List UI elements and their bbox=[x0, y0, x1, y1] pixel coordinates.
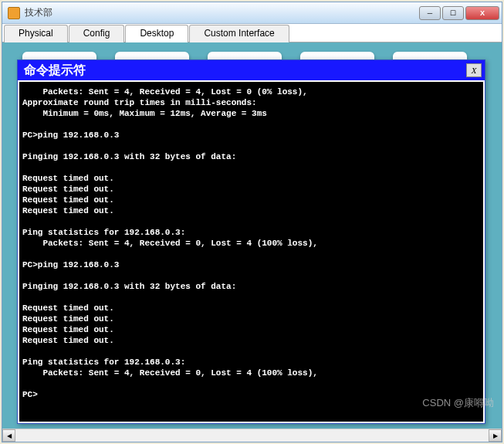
titlebar[interactable]: 技术部 ─ ☐ X bbox=[2, 2, 502, 24]
scroll-left-button[interactable]: ◀ bbox=[2, 429, 15, 442]
window-controls: ─ ☐ X bbox=[419, 6, 499, 20]
command-prompt-title: 命令提示符 bbox=[21, 63, 466, 79]
scroll-right-button[interactable]: ▶ bbox=[489, 429, 502, 442]
close-button[interactable]: X bbox=[465, 6, 499, 20]
command-prompt-window: 命令提示符 X Packets: Sent = 4, Received = 4,… bbox=[17, 59, 485, 424]
command-prompt-close-button[interactable]: X bbox=[466, 63, 482, 77]
minimize-button[interactable]: ─ bbox=[419, 6, 441, 20]
horizontal-scrollbar[interactable]: ◀ ▶ bbox=[2, 429, 502, 442]
tab-physical[interactable]: Physical bbox=[4, 25, 68, 42]
app-icon bbox=[8, 7, 20, 19]
tab-desktop[interactable]: Desktop bbox=[125, 25, 188, 42]
command-prompt-output[interactable]: Packets: Sent = 4, Received = 4, Lost = … bbox=[19, 82, 483, 422]
window-title: 技术部 bbox=[23, 6, 419, 19]
command-prompt-titlebar[interactable]: 命令提示符 X bbox=[18, 60, 485, 80]
tab-custom-interface[interactable]: Custom Interface bbox=[189, 25, 289, 42]
maximize-button[interactable]: ☐ bbox=[442, 6, 464, 20]
scroll-track[interactable] bbox=[15, 429, 489, 442]
tab-config[interactable]: Config bbox=[69, 25, 125, 42]
desktop-content: 命令提示符 X Packets: Sent = 4, Received = 4,… bbox=[2, 42, 502, 429]
tab-bar: Physical Config Desktop Custom Interface bbox=[2, 24, 502, 42]
app-window: 技术部 ─ ☐ X Physical Config Desktop Custom… bbox=[2, 2, 502, 442]
